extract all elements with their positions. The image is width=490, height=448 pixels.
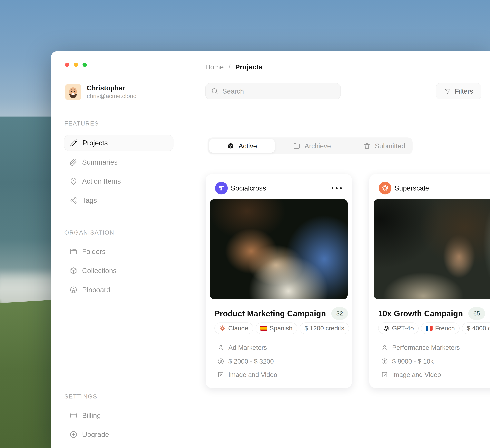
count-badge: 32 <box>331 307 348 320</box>
person-icon <box>381 344 388 351</box>
chip-language: French <box>421 322 460 334</box>
project-card-superscale[interactable]: Superscale 10x Growth Campaign 65 GPT- <box>369 174 490 388</box>
detail-text: Performance Marketers <box>392 344 460 351</box>
section-label-features: FEATURES <box>64 120 99 127</box>
chip-label: $ 1200 credits <box>304 325 344 332</box>
card-brand-name: Socialcross <box>231 184 266 192</box>
pencil-icon <box>70 139 78 147</box>
play-square-icon <box>381 371 388 378</box>
chip-model: Claude <box>214 322 253 334</box>
card-title-row: 10x Growth Campaign 65 <box>378 306 490 321</box>
status-tabs: Active Archieve Submitted <box>208 137 412 154</box>
sidebar-item-tags[interactable]: Tags <box>64 192 174 208</box>
section-label-organisation: ORGANISATION <box>64 229 114 236</box>
chip-label: GPT-4o <box>392 325 414 332</box>
user-profile[interactable]: Christopher chris@acme.cloud <box>65 84 137 100</box>
tab-label: Archieve <box>305 142 331 150</box>
card-media-type: Image and Video <box>217 371 277 379</box>
sidebar-item-label: Billing <box>82 411 101 420</box>
breadcrumb-separator: / <box>228 63 230 71</box>
map-pin-icon <box>70 178 77 185</box>
cube-icon <box>227 142 234 150</box>
card-brand-name: Superscale <box>394 184 429 192</box>
tab-submitted[interactable]: Submitted <box>358 139 411 153</box>
socialcross-logo-icon <box>215 182 228 194</box>
sidebar-item-folders[interactable]: Folders <box>64 244 174 260</box>
sidebar-item-label: Projects <box>82 139 108 147</box>
breadcrumb: Home / Projects <box>205 63 262 71</box>
funnel-icon <box>444 88 451 95</box>
user-email: chris@acme.cloud <box>87 92 137 100</box>
sidebar-item-label: Collections <box>82 267 117 275</box>
tab-archieve[interactable]: Archieve <box>287 139 337 153</box>
paperclip-icon <box>70 158 77 166</box>
chip-label: French <box>435 325 455 332</box>
window-controls <box>65 63 87 67</box>
card-chips: GPT-4o French $ 4000 credits <box>378 322 490 334</box>
tab-label: Submitted <box>375 142 405 150</box>
zoom-window-button[interactable] <box>82 63 87 67</box>
header-divider <box>187 118 490 118</box>
play-square-icon <box>217 371 224 378</box>
chip-language: Spanish <box>255 322 298 334</box>
folder-icon <box>293 142 300 150</box>
plus-circle-icon <box>70 431 77 438</box>
sidebar-item-upgrade[interactable]: Upgrade <box>64 426 174 442</box>
sidebar-item-billing[interactable]: Billing <box>64 407 174 423</box>
chip-label: Spanish <box>270 325 293 332</box>
chip-label: Claude <box>228 325 248 332</box>
ellipsis-menu-icon[interactable] <box>332 187 342 189</box>
wallpaper-surf <box>0 271 59 304</box>
spain-flag-icon <box>260 326 267 331</box>
card-header: Socialcross <box>215 182 342 194</box>
detail-text: Image and Video <box>392 371 441 379</box>
app-window: Christopher chris@acme.cloud FEATURES Pr… <box>51 51 490 448</box>
card-header: Superscale <box>379 182 490 194</box>
card-title-row: Product Marketing Campaign 32 <box>214 306 346 321</box>
breadcrumb-current: Projects <box>235 63 262 71</box>
chip-credits: $ 1200 credits <box>300 322 349 334</box>
sidebar-item-label: Pinboard <box>82 286 110 294</box>
filters-button[interactable]: Filters <box>436 83 481 99</box>
breadcrumb-home[interactable]: Home <box>205 63 224 71</box>
chip-label: $ 4000 credits <box>467 325 490 332</box>
dollar-circle-icon <box>381 358 388 365</box>
person-icon <box>217 344 224 351</box>
tab-label: Active <box>238 142 257 150</box>
card-title: 10x Growth Campaign <box>378 309 463 318</box>
count-badge: 65 <box>468 307 485 320</box>
search-box[interactable] <box>205 83 341 99</box>
project-card-socialcross[interactable]: Socialcross Product Marketing Campaign 3… <box>206 174 352 388</box>
dollar-circle-icon <box>217 358 224 365</box>
sidebar-item-label: Folders <box>82 247 105 256</box>
trash-icon <box>363 142 371 150</box>
folder-icon <box>70 248 77 255</box>
sidebar-item-collections[interactable]: Collections <box>64 263 174 279</box>
sidebar-item-label: Upgrade <box>82 431 109 439</box>
main-content: Home / Projects Filters <box>187 51 490 448</box>
sidebar-item-summaries[interactable]: Summaries <box>64 154 174 170</box>
france-flag-icon <box>426 326 433 331</box>
card-chips: Claude Spanish $ 1200 credits <box>214 322 349 334</box>
detail-text: Ad Marketers <box>228 344 267 351</box>
sidebar: Christopher chris@acme.cloud FEATURES Pr… <box>51 51 187 448</box>
close-window-button[interactable] <box>65 63 69 67</box>
user-meta: Christopher chris@acme.cloud <box>87 84 137 100</box>
credit-card-icon <box>70 412 77 419</box>
detail-text: Image and Video <box>228 371 277 379</box>
sidebar-item-label: Tags <box>82 196 97 204</box>
search-icon <box>211 87 219 95</box>
card-cover-photo <box>374 199 490 299</box>
tab-active[interactable]: Active <box>209 139 275 153</box>
card-title: Product Marketing Campaign <box>214 309 326 318</box>
superscale-logo-icon <box>379 182 391 194</box>
minimize-window-button[interactable] <box>74 63 78 67</box>
user-name: Christopher <box>87 84 137 92</box>
sidebar-item-projects[interactable]: Projects <box>64 135 174 151</box>
share-icon <box>70 197 77 204</box>
sidebar-item-pinboard[interactable]: Pinboard <box>64 282 174 298</box>
search-input[interactable] <box>222 83 341 99</box>
sidebar-item-action-items[interactable]: Action Items <box>64 173 174 189</box>
filters-label: Filters <box>455 87 473 95</box>
section-label-settings: SETTINGS <box>64 393 97 400</box>
